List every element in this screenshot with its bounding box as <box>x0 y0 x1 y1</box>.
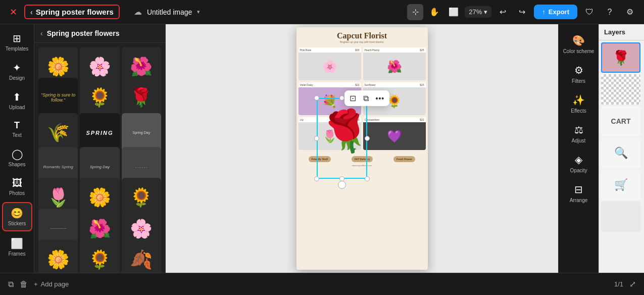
main-area: ⊞ Templates ✦ Design ⬆ Upload T Text ◯ S… <box>0 24 644 273</box>
layer-thumbnail[interactable]: 🔍 <box>601 138 640 168</box>
photos-icon: 🖼 <box>12 177 22 189</box>
layer-thumbnail[interactable]: CART <box>601 106 640 136</box>
top-bar: ✕ ‹ Spring poster flowers ☁ Untitled ima… <box>0 0 644 24</box>
resize-handle-ml[interactable] <box>314 136 319 141</box>
sticker-item[interactable]: 🍂 <box>122 240 161 273</box>
add-page-button[interactable]: + Add page <box>34 280 69 288</box>
sidebar-item-upload[interactable]: ⬆ Upload <box>2 87 32 114</box>
panel-back-button[interactable]: ‹ <box>40 29 43 37</box>
filters-button[interactable]: ⚙ Filters <box>561 60 597 88</box>
select-tool-button[interactable]: ⊹ <box>407 4 423 20</box>
top-bar-right: ↑ Export 🛡 ? ⚙ <box>534 4 638 20</box>
sidebar-label-stickers: Stickers <box>8 221 26 226</box>
sidebar-item-design[interactable]: ✦ Design <box>2 58 32 85</box>
left-sidebar: ⊞ Templates ✦ Design ⬆ Upload T Text ◯ S… <box>0 24 34 273</box>
right-tool-panel: 🎨 Color scheme ⚙ Filters ✨ Effects ⚖ Adj… <box>558 24 599 273</box>
settings-icon[interactable]: ⚙ <box>622 4 638 20</box>
poster-card-label: Peach Peony$25 <box>363 47 426 53</box>
poster-brand: Capcut Florist <box>299 31 426 40</box>
add-page-label: Add page <box>41 280 69 288</box>
resize-handle-tl[interactable] <box>314 95 319 101</box>
adjust-button[interactable]: ⚖ Adjust <box>561 120 597 148</box>
sidebar-item-frames[interactable]: ⬜ Frames <box>2 233 32 261</box>
upload-icon: ⬆ <box>13 91 21 103</box>
bottom-right: 1/1 ⤢ <box>614 279 636 289</box>
zoom-control[interactable]: 27% ▾ <box>465 6 491 18</box>
help-icon[interactable]: ? <box>602 4 618 20</box>
layers-list: 🌹 CART 🔍 🛒 <box>599 40 644 273</box>
text-icon: T <box>14 120 20 131</box>
sidebar-item-photos[interactable]: 🖼 Photos <box>2 173 32 200</box>
project-title: Spring poster flowers <box>36 8 114 16</box>
sticker-context-menu: ⊡ ⧉ ••• <box>344 90 390 106</box>
sidebar-item-stickers[interactable]: 😊 Stickers <box>2 202 32 231</box>
sticker-item[interactable]: 🌹 <box>122 78 161 117</box>
project-title-area[interactable]: ‹ Spring poster flowers <box>24 5 120 19</box>
export-label: Export <box>549 8 569 16</box>
poster-badge-fresh: Fresh Flower <box>393 156 415 162</box>
poster-card-image: 🌺 <box>363 53 426 80</box>
sidebar-label-upload: Upload <box>9 105 25 110</box>
layer-thumbnail[interactable]: 🛒 <box>601 170 640 200</box>
sticker-item[interactable]: "Spring is sure to follow." <box>38 78 78 117</box>
poster-card: Peach Peony$25 🌺 <box>363 47 426 80</box>
stickers-icon: 😊 <box>11 207 23 219</box>
undo-button[interactable]: ↩ <box>494 4 511 20</box>
sidebar-label-shapes: Shapes <box>9 162 26 167</box>
poster-card-label: Pink Rose$20 <box>299 47 361 53</box>
crop-button[interactable]: ⊡ <box>350 93 356 103</box>
frames-icon: ⬜ <box>11 237 23 250</box>
resize-handle-bl[interactable] <box>314 176 319 181</box>
zoom-level: 27% <box>469 8 482 16</box>
delete-page-button[interactable]: 🗑 <box>20 280 28 289</box>
more-options-button[interactable]: ••• <box>376 94 385 103</box>
sticker-item[interactable]: 🌻 <box>80 240 119 273</box>
effects-label: Effects <box>571 108 586 114</box>
shield-icon[interactable]: 🛡 <box>581 4 598 20</box>
sticker-item[interactable]: 🌼 <box>38 240 78 273</box>
stickers-panel: ‹ Spring poster flowers 🌼 🌸 🌺 "Spring is… <box>34 24 166 273</box>
back-arrow-icon[interactable]: ‹ <box>30 8 33 16</box>
layer-thumbnail[interactable]: 🌹 <box>601 42 640 73</box>
arrange-button[interactable]: ⊟ Arrange <box>561 179 597 207</box>
app-logo: ✕ <box>6 5 20 19</box>
color-scheme-icon: 🎨 <box>572 34 585 46</box>
poster-tagline: Brighten up your day with fresh blooms <box>299 40 426 43</box>
rotate-handle[interactable]: ↻ <box>338 181 346 189</box>
poster-card: Pink Rose$20 🌸 <box>299 47 361 80</box>
add-page-icon: + <box>34 280 38 288</box>
sticker-item[interactable]: 🌻 <box>80 78 119 117</box>
canvas-area[interactable]: Capcut Florist Brighten up your day with… <box>166 24 558 273</box>
opacity-label: Opacity <box>570 168 587 173</box>
sidebar-item-shapes[interactable]: ◯ Shapes <box>2 144 32 171</box>
duplicate-page-button[interactable]: ⧉ <box>8 280 14 289</box>
opacity-icon: ◈ <box>575 154 582 166</box>
resize-handle-mr[interactable] <box>365 136 370 141</box>
adjust-label: Adjust <box>572 138 586 143</box>
opacity-button[interactable]: ◈ Opacity <box>561 150 597 177</box>
frame-tool-button[interactable]: ⬜ <box>445 4 462 20</box>
color-scheme-button[interactable]: 🎨 Color scheme <box>561 30 597 58</box>
layer-thumbnail[interactable] <box>601 74 640 105</box>
top-bar-middle: ☁ Untitled image ▾ <box>124 7 403 17</box>
hand-tool-button[interactable]: ✋ <box>426 4 442 20</box>
copy-button[interactable]: ⧉ <box>363 94 369 103</box>
layers-panel: Layers 🌹 CART 🔍 🛒 <box>599 24 644 273</box>
export-icon: ↑ <box>542 8 546 16</box>
export-button[interactable]: ↑ Export <box>534 5 577 19</box>
doc-title[interactable]: Untitled image <box>147 8 192 16</box>
fit-to-screen-button[interactable]: ⤢ <box>629 279 636 289</box>
effects-button[interactable]: ✨ Effects <box>561 90 597 118</box>
redo-button[interactable]: ↪ <box>514 4 530 20</box>
design-icon: ✦ <box>13 62 21 74</box>
resize-handle-br[interactable] <box>365 176 370 181</box>
resize-handle-tm[interactable] <box>339 95 344 101</box>
arrange-icon: ⊟ <box>574 183 583 195</box>
sticker-selected-overlay[interactable]: 🌹 ↻ <box>317 98 367 179</box>
zoom-arrow-icon: ▾ <box>484 8 487 16</box>
sidebar-item-text[interactable]: T Text <box>2 116 32 142</box>
sidebar-item-templates[interactable]: ⊞ Templates <box>2 28 32 56</box>
doc-title-arrow-icon[interactable]: ▾ <box>197 9 200 15</box>
poster-card-label: Chrysanthem$22 <box>363 117 426 122</box>
layer-thumbnail[interactable] <box>601 202 640 232</box>
